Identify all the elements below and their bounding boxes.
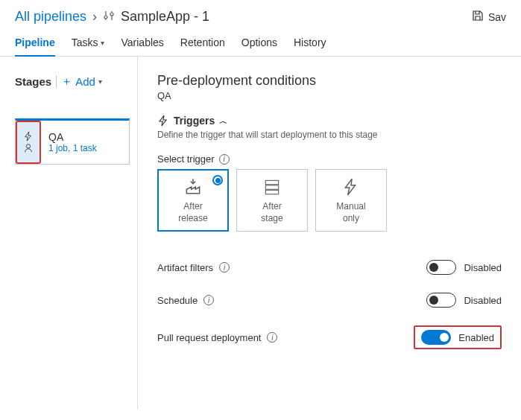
pipeline-icon: [103, 10, 115, 24]
svg-rect-1: [265, 180, 278, 184]
select-trigger-label: Select trigger i: [157, 153, 502, 165]
factory-download-icon: [183, 177, 203, 197]
save-icon: [472, 10, 484, 24]
conditions-panel: Pre-deployment conditions QA Triggers ︿ …: [138, 57, 521, 410]
schedule-row: Schedule i Disabled: [157, 284, 502, 316]
page-header: All pipelines › SampleApp - 1 Sav: [0, 0, 521, 31]
add-stage-button[interactable]: ＋ Add ▾: [61, 74, 102, 89]
lightning-manual-icon: [341, 177, 361, 197]
stage-name: QA: [48, 131, 97, 143]
lightning-icon: [23, 131, 34, 141]
svg-rect-2: [265, 185, 278, 188]
save-button[interactable]: Sav: [472, 10, 506, 24]
person-icon: [23, 143, 34, 153]
panel-stage-name: QA: [157, 90, 502, 101]
trigger-manual-only[interactable]: Manual only: [315, 169, 387, 232]
stage-card-qa[interactable]: QA 1 job, 1 task: [15, 118, 130, 165]
stages-label: Stages: [15, 75, 57, 88]
radio-selected-icon: [212, 175, 223, 185]
server-icon: [262, 177, 282, 197]
breadcrumb: All pipelines › SampleApp - 1: [15, 9, 209, 25]
trigger-options: After release After stage Manual only: [157, 169, 502, 232]
chevron-down-icon: ▾: [98, 77, 102, 86]
triggers-section-header[interactable]: Triggers ︿: [157, 115, 502, 127]
pull-request-label: Pull request deployment: [157, 332, 261, 343]
trigger-after-release[interactable]: After release: [157, 169, 229, 232]
schedule-state: Disabled: [464, 295, 502, 306]
pipeline-name: SampleApp - 1: [121, 9, 209, 25]
info-icon[interactable]: i: [203, 295, 214, 305]
info-icon[interactable]: i: [267, 332, 277, 343]
triggers-description: Define the trigger that will start deplo…: [157, 130, 502, 140]
stage-jobs-link[interactable]: 1 job, 1 task: [48, 143, 97, 153]
pull-request-toggle[interactable]: [421, 330, 451, 345]
plus-icon: ＋: [61, 74, 72, 89]
tab-variables[interactable]: Variables: [121, 31, 163, 56]
pull-request-row: Pull request deployment i Enabled: [157, 316, 502, 358]
info-icon[interactable]: i: [219, 154, 230, 165]
schedule-label: Schedule: [157, 295, 198, 306]
tab-retention[interactable]: Retention: [180, 31, 225, 56]
pull-request-state: Enabled: [458, 332, 494, 343]
svg-rect-3: [265, 190, 278, 194]
save-label: Sav: [488, 11, 506, 23]
artifact-filters-label: Artifact filters: [157, 262, 213, 273]
chevron-up-icon: ︿: [219, 115, 227, 127]
chevron-right-icon: ›: [92, 9, 97, 25]
trigger-after-stage[interactable]: After stage: [236, 169, 308, 232]
panel-title: Pre-deployment conditions: [157, 73, 502, 89]
tab-tasks[interactable]: Tasks ▾: [72, 31, 105, 56]
add-label: Add: [75, 75, 95, 88]
svg-point-0: [26, 144, 30, 148]
triggers-label: Triggers: [174, 115, 215, 127]
tab-pipeline[interactable]: Pipeline: [15, 31, 55, 56]
tab-tasks-label: Tasks: [72, 36, 98, 48]
main-tabs: Pipeline Tasks ▾ Variables Retention Opt…: [0, 31, 521, 57]
breadcrumb-root-link[interactable]: All pipelines: [15, 9, 86, 25]
chevron-down-icon: ▾: [101, 39, 104, 47]
tab-history[interactable]: History: [294, 31, 326, 56]
tab-options[interactable]: Options: [241, 31, 277, 56]
artifact-filters-toggle[interactable]: [426, 260, 456, 275]
stage-info: QA 1 job, 1 task: [41, 121, 104, 164]
lightning-icon: [157, 115, 169, 127]
artifact-filters-row: Artifact filters i Disabled: [157, 251, 502, 284]
stages-sidebar: Stages ＋ Add ▾ QA 1 job, 1 task: [0, 57, 138, 410]
content-body: Stages ＋ Add ▾ QA 1 job, 1 task Pre-depl…: [0, 57, 521, 410]
artifact-filters-state: Disabled: [464, 262, 502, 273]
pre-deployment-conditions-button[interactable]: [16, 121, 41, 164]
info-icon[interactable]: i: [219, 262, 230, 273]
schedule-toggle[interactable]: [426, 293, 456, 308]
stages-header: Stages ＋ Add ▾: [15, 74, 130, 89]
